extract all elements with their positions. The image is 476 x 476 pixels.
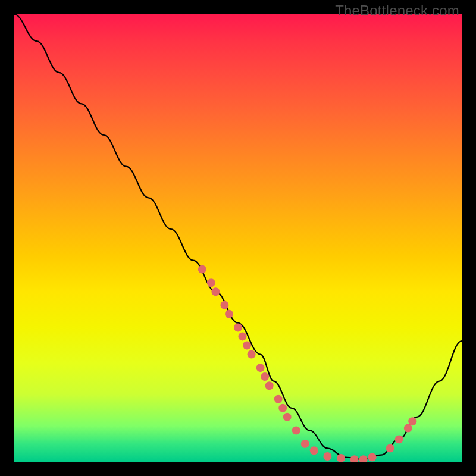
bottleneck-chart [14, 14, 462, 462]
data-dot [225, 310, 233, 318]
data-dot [211, 287, 220, 296]
data-dot [386, 444, 394, 452]
data-dot [198, 265, 206, 274]
data-dot [261, 372, 269, 381]
data-dot [234, 323, 242, 331]
data-dot [337, 454, 345, 462]
data-dot [243, 342, 251, 350]
gradient-plot-area [14, 14, 462, 462]
data-dot [350, 455, 359, 462]
data-dot [278, 404, 287, 412]
bottleneck-curve [14, 14, 462, 459]
data-dot [256, 364, 265, 372]
data-dot [359, 455, 368, 462]
data-dot [207, 278, 215, 287]
data-dot [248, 350, 256, 359]
data-dot [323, 452, 331, 461]
data-dot [301, 440, 309, 448]
data-dot [368, 453, 377, 462]
data-dot [265, 381, 274, 390]
data-dot [220, 301, 228, 309]
data-dots [198, 265, 417, 462]
data-dot [292, 426, 300, 434]
data-dot [310, 446, 318, 455]
watermark-text: TheBottleneck.com [335, 2, 459, 19]
data-dot [408, 417, 416, 425]
data-dot [239, 332, 247, 340]
data-dot [274, 395, 283, 403]
data-dot [395, 435, 403, 443]
data-dot [283, 413, 292, 421]
